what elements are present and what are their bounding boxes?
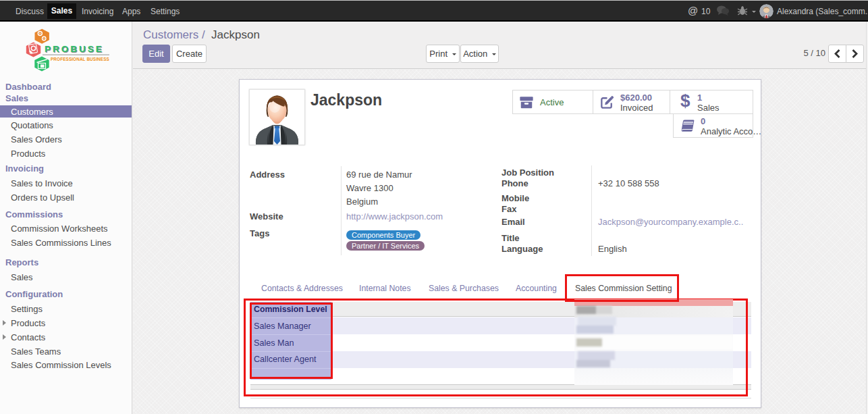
svg-text:PROBUSE: PROBUSE: [45, 44, 104, 54]
svg-text:PROFESSIONAL BUSINESS: PROFESSIONAL BUSINESS: [51, 57, 109, 61]
